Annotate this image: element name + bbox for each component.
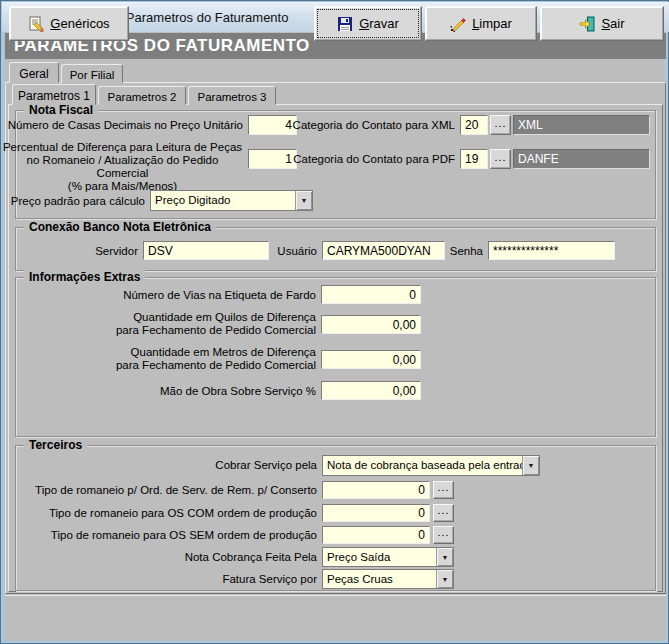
label-preco-padrao: Preço padrão para cálculo	[11, 195, 145, 207]
browse-romaneio-os-com-button[interactable]: ...	[433, 504, 454, 522]
label-categoria-xml: Categoria do Contato para XML	[293, 119, 455, 131]
browse-categoria-pdf-button[interactable]: ...	[490, 149, 511, 169]
tab-por-filial[interactable]: Por Filial	[61, 64, 123, 83]
tab-parametros-2[interactable]: Parametros 2	[98, 86, 186, 105]
label-romaneio-os-com: Tipo de romaneio para OS COM ordem de pr…	[49, 507, 317, 519]
label-mao-de-obra: Mão de Obra Sobre Serviço %	[160, 385, 316, 397]
combo-preco-padrao-value: Preço Digitado	[151, 191, 295, 210]
label-fatura-servico: Fatura Serviço por	[222, 573, 317, 585]
combo-nota-cobranca-value: Preço Saída	[323, 548, 436, 566]
field-romaneio-os-sem[interactable]	[322, 526, 430, 544]
group-terceiros-title: Terceiros	[24, 438, 87, 452]
label-romaneio-conserto: Tipo de romaneio p/ Ord. de Serv. de Rem…	[35, 484, 317, 496]
field-categoria-pdf-code[interactable]	[460, 149, 488, 169]
tab-parametros-1[interactable]: Parametros 1	[12, 84, 96, 105]
dropdown-arrow-icon[interactable]: ▼	[295, 191, 312, 210]
group-informacoes-extras-title: Informações Extras	[24, 270, 145, 284]
field-vias-etiqueta[interactable]	[321, 285, 421, 304]
label-usuario: Usuário	[277, 245, 317, 257]
combo-cobrar-servico-value: Nota de cobrança baseada pela entrada	[323, 456, 522, 475]
app-window: Faturamento - Parametros do Faturamento …	[0, 0, 669, 644]
tab-parametros-3[interactable]: Parametros 3	[188, 86, 276, 105]
field-casas-decimais[interactable]	[248, 115, 297, 135]
readonly-categoria-pdf-desc: DANFE	[513, 149, 650, 169]
limpar-button[interactable]: Limpar	[425, 6, 537, 41]
field-servidor[interactable]	[143, 241, 269, 260]
browse-romaneio-os-sem-button[interactable]: ...	[433, 526, 454, 544]
sair-button[interactable]: Sair	[540, 6, 664, 41]
label-casas-decimais: Número de Casas Decimais no Preço Unitár…	[8, 119, 243, 131]
group-nota-fiscal-title: Nota Fiscal	[24, 103, 98, 117]
genericos-button[interactable]: Genéricos	[9, 6, 129, 41]
browse-categoria-xml-button[interactable]: ...	[490, 115, 511, 135]
field-senha[interactable]	[488, 241, 615, 260]
label-percentual-diferenca: Percentual de Diferença para Leitura de …	[1, 141, 244, 193]
label-nota-cobranca: Nota Cobrança Feita Pela	[185, 551, 317, 563]
combo-cobrar-servico[interactable]: Nota de cobrança baseada pela entrada ▼	[322, 455, 540, 476]
field-metros-diferenca[interactable]	[321, 350, 421, 369]
field-usuario[interactable]	[322, 241, 445, 260]
label-categoria-pdf: Categoria do Contato para PDF	[293, 153, 455, 165]
gravar-button-label: Gravar	[359, 16, 399, 31]
exit-door-icon	[579, 16, 595, 32]
field-mao-de-obra[interactable]	[321, 381, 421, 400]
readonly-categoria-xml-desc: XML	[513, 115, 650, 135]
tab-geral[interactable]: Geral	[9, 62, 59, 83]
browse-romaneio-conserto-button[interactable]: ...	[433, 481, 454, 499]
combo-fatura-servico-value: Peças Cruas	[323, 570, 436, 588]
combo-nota-cobranca[interactable]: Preço Saída ▼	[322, 547, 454, 567]
label-servidor: Servidor	[95, 245, 138, 257]
dropdown-arrow-icon[interactable]: ▼	[436, 570, 453, 588]
clean-brush-icon	[450, 16, 466, 32]
save-icon	[337, 16, 353, 32]
label-quilos-diferenca: Quantidade em Quilos de Diferença para F…	[116, 311, 316, 337]
dropdown-arrow-icon[interactable]: ▼	[436, 548, 453, 566]
field-romaneio-os-com[interactable]	[322, 504, 430, 522]
label-metros-diferenca: Quantidade em Metros de Diferença para F…	[116, 346, 316, 372]
field-romaneio-conserto[interactable]	[322, 481, 430, 499]
combo-fatura-servico[interactable]: Peças Cruas ▼	[322, 569, 454, 589]
footer-panel	[5, 595, 666, 641]
field-percentual-diferenca[interactable]	[248, 149, 297, 169]
gravar-button[interactable]: Gravar	[314, 6, 422, 41]
label-vias-etiqueta: Número de Vias na Etiqueta de Fardo	[123, 289, 316, 301]
combo-preco-padrao[interactable]: Preço Digitado ▼	[150, 190, 313, 211]
label-senha: Senha	[450, 245, 483, 257]
field-quilos-diferenca[interactable]	[321, 315, 421, 334]
group-conexao-title: Conexão Banco Nota Eletrônica	[24, 220, 216, 234]
sair-button-label: Sair	[601, 16, 624, 31]
document-pencil-icon	[28, 16, 44, 32]
field-categoria-xml-code[interactable]	[460, 115, 488, 135]
label-romaneio-os-sem: Tipo de romaneio para OS SEM ordem de pr…	[51, 529, 317, 541]
limpar-button-label: Limpar	[472, 16, 512, 31]
label-cobrar-servico: Cobrar Serviço pela	[215, 459, 317, 471]
dropdown-arrow-icon[interactable]: ▼	[522, 456, 539, 475]
genericos-button-label: Genéricos	[50, 16, 109, 31]
